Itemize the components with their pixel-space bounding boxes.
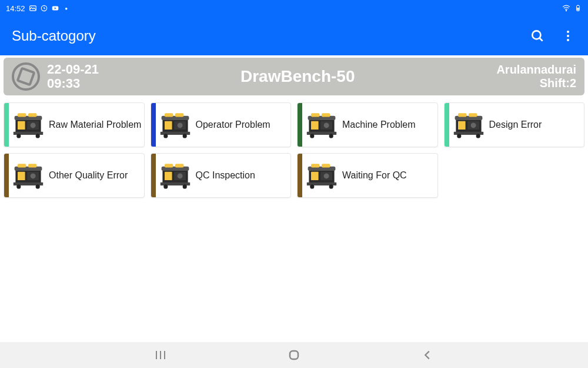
card-stripe xyxy=(298,103,302,147)
more-menu-button[interactable] xyxy=(560,28,576,44)
category-card[interactable]: Waiting For QC xyxy=(297,153,438,198)
svg-rect-6 xyxy=(577,5,579,6)
appbar-actions xyxy=(529,28,576,44)
svg-point-40 xyxy=(310,134,314,138)
svg-point-7 xyxy=(532,31,540,39)
svg-point-9 xyxy=(567,31,569,33)
card-label: Operator Problem xyxy=(196,120,270,130)
svg-rect-77 xyxy=(311,172,319,180)
search-icon xyxy=(530,28,545,44)
info-date: 22-09-21 xyxy=(47,62,99,77)
svg-rect-67 xyxy=(165,172,172,180)
svg-point-61 xyxy=(36,184,40,188)
wifi-icon xyxy=(562,4,570,12)
card-label: Machine Problem xyxy=(342,120,416,130)
svg-rect-75 xyxy=(311,164,319,167)
category-card[interactable]: Machine Problem xyxy=(297,102,438,147)
generator-icon xyxy=(453,111,485,138)
card-icon xyxy=(12,162,44,189)
category-card[interactable]: Operator Problem xyxy=(151,102,292,147)
card-stripe xyxy=(445,103,449,147)
svg-rect-35 xyxy=(311,113,319,117)
card-stripe xyxy=(151,154,156,197)
svg-rect-27 xyxy=(165,121,172,130)
category-card[interactable]: Design Error xyxy=(444,102,585,147)
svg-rect-55 xyxy=(18,164,26,167)
svg-point-30 xyxy=(163,134,168,138)
svg-point-19 xyxy=(31,122,36,128)
user-name: Arulannadurai xyxy=(496,63,576,77)
svg-point-71 xyxy=(182,184,186,188)
home-icon xyxy=(287,348,301,362)
svg-rect-26 xyxy=(175,113,183,117)
more-vert-icon xyxy=(561,29,575,43)
svg-point-31 xyxy=(182,134,186,138)
sync-icon xyxy=(40,4,48,12)
machine-name: DrawBench-50 xyxy=(99,67,496,86)
svg-point-29 xyxy=(177,122,182,128)
recent-apps-button[interactable] xyxy=(152,346,169,364)
svg-rect-16 xyxy=(28,113,36,117)
svg-rect-36 xyxy=(322,113,330,117)
card-icon xyxy=(12,111,44,138)
status-right xyxy=(562,4,582,12)
card-icon xyxy=(159,111,191,138)
card-stripe xyxy=(151,103,156,147)
svg-rect-45 xyxy=(458,113,466,117)
recent-apps-icon xyxy=(153,348,168,362)
card-stripe xyxy=(4,103,9,147)
image-icon xyxy=(29,4,37,12)
svg-point-50 xyxy=(457,134,461,138)
category-card[interactable]: Other Quality Error xyxy=(4,153,145,198)
svg-rect-66 xyxy=(175,164,183,167)
svg-point-41 xyxy=(329,134,333,138)
card-label: Other Quality Error xyxy=(49,170,128,181)
svg-rect-17 xyxy=(18,121,25,130)
info-user-block: Arulannadurai Shift:2 xyxy=(496,63,576,90)
card-icon xyxy=(306,162,338,189)
svg-line-8 xyxy=(539,38,542,41)
svg-point-20 xyxy=(16,134,21,138)
svg-rect-5 xyxy=(577,8,579,11)
svg-rect-15 xyxy=(18,113,26,117)
card-label: Design Error xyxy=(489,120,542,130)
generator-icon xyxy=(12,111,44,138)
svg-point-21 xyxy=(36,134,40,138)
info-time: 09:33 xyxy=(47,77,99,91)
status-time: 14:52 xyxy=(6,4,25,13)
category-card[interactable]: Raw Material Problem xyxy=(4,102,145,147)
svg-point-59 xyxy=(31,173,36,178)
svg-rect-37 xyxy=(311,121,319,130)
svg-rect-47 xyxy=(458,121,466,130)
svg-point-80 xyxy=(310,184,314,188)
home-button[interactable] xyxy=(285,346,303,364)
category-card[interactable]: QC Inspection xyxy=(151,153,292,198)
svg-point-69 xyxy=(177,173,182,178)
shift-label: Shift:2 xyxy=(496,77,576,90)
svg-point-11 xyxy=(567,39,569,41)
generator-icon xyxy=(159,162,191,189)
search-button[interactable] xyxy=(529,28,546,44)
svg-point-79 xyxy=(324,173,329,178)
category-grid: Raw Material Problem Operator Problem Ma… xyxy=(0,98,588,203)
generator-icon xyxy=(306,111,338,138)
card-icon xyxy=(306,111,338,138)
status-left: 14:52 ● xyxy=(6,4,71,13)
svg-point-81 xyxy=(329,184,333,188)
card-stripe xyxy=(4,154,9,197)
svg-rect-85 xyxy=(290,351,298,359)
generator-icon xyxy=(306,162,338,189)
svg-rect-65 xyxy=(165,164,173,167)
page-title: Sub-catogory xyxy=(12,28,96,44)
card-icon xyxy=(159,162,191,189)
card-label: Waiting For QC xyxy=(342,170,407,181)
back-button[interactable] xyxy=(419,346,436,364)
company-logo xyxy=(12,62,40,91)
svg-rect-56 xyxy=(28,164,36,167)
svg-point-10 xyxy=(567,35,569,37)
svg-point-39 xyxy=(324,122,329,128)
svg-point-60 xyxy=(16,184,21,188)
status-notification-icons: ● xyxy=(29,4,71,12)
svg-rect-46 xyxy=(469,113,477,117)
info-bar: 22-09-21 09:33 DrawBench-50 Arulannadura… xyxy=(4,58,584,95)
